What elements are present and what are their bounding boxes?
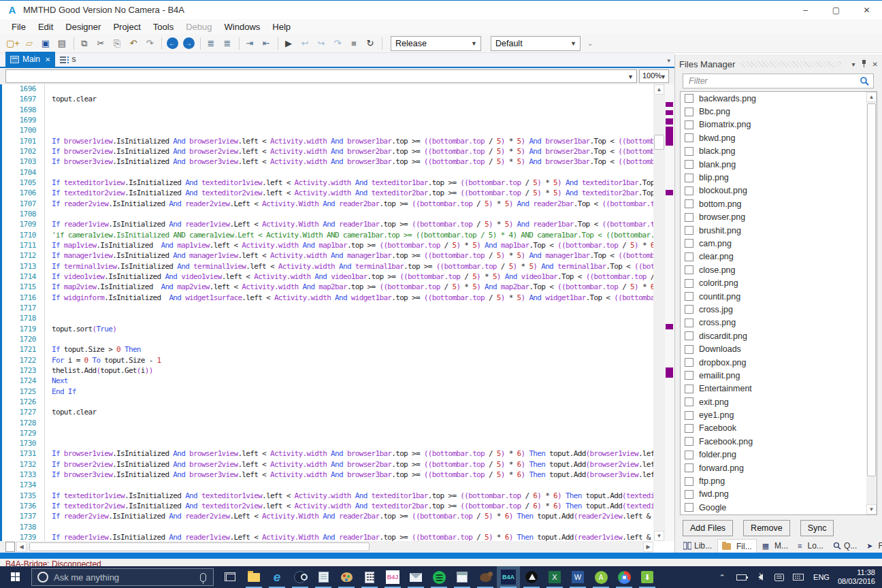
code-text[interactable]: If widginform.IsInitialized And widget1s… [44, 293, 654, 304]
file-list-item[interactable]: countit.png [681, 290, 877, 303]
code-text[interactable]: If video1view.IsInitialized And video1vi… [44, 272, 654, 282]
tab-close-icon[interactable]: ✕ [45, 56, 50, 63]
code-text[interactable]: If map2view.IsInitialized And map2view.l… [44, 282, 654, 293]
file-list-scrollbar[interactable]: ▲▼ [866, 92, 877, 514]
code-text[interactable] [44, 397, 56, 408]
file-name[interactable]: exit.png [699, 397, 729, 407]
file-list-item[interactable]: folder.png [681, 448, 877, 461]
panel-tab-fin[interactable]: ➤Fin... [862, 539, 882, 553]
file-list-item[interactable]: Entertainment [681, 382, 877, 395]
editor-horizontal-scrollbar[interactable]: ◀ ▶ [0, 541, 653, 553]
file-checkbox[interactable] [685, 213, 693, 222]
panel-tab-q[interactable]: Q... [829, 539, 861, 553]
code-text[interactable]: If browser2view.IsInitialized And browse… [44, 147, 654, 157]
file-name[interactable]: cam.png [699, 239, 732, 248]
stop-icon[interactable]: ■ [346, 37, 361, 50]
tab-overflow-icon[interactable]: ▾ [667, 57, 670, 64]
file-list-item[interactable]: blip.png [681, 171, 877, 184]
touch-keyboard-icon[interactable] [789, 566, 808, 588]
file-checkbox[interactable] [685, 451, 693, 459]
scroll-down-icon[interactable]: ▼ [654, 531, 664, 541]
file-name[interactable]: blank.png [699, 160, 736, 169]
code-text[interactable]: If texteditor2view.IsInitialized And tex… [44, 502, 654, 512]
file-list-item[interactable]: colorit.png [681, 276, 877, 289]
zoom-dropdown[interactable]: 100% ▼ [639, 69, 669, 83]
file-checkbox[interactable] [685, 437, 693, 446]
code-line[interactable]: 1704 [2, 168, 654, 178]
file-name[interactable]: countit.png [699, 292, 740, 301]
file-name[interactable]: blip.png [699, 173, 729, 182]
file-name[interactable]: Facebook [699, 423, 736, 433]
file-checkbox[interactable] [685, 397, 693, 406]
excel-taskbar-icon[interactable]: X [543, 566, 566, 588]
toolbar-overflow-icon[interactable]: ⌄ [587, 39, 593, 47]
save-icon[interactable]: ▣ [38, 37, 53, 50]
scroll-up-icon[interactable]: ▲ [866, 92, 877, 102]
panel-tab-lo[interactable]: ≡Lo... [794, 539, 828, 553]
file-checkbox[interactable] [685, 279, 693, 288]
file-name[interactable]: discardit.png [699, 331, 747, 341]
rebuild-icon[interactable]: ↻ [363, 37, 378, 50]
code-text[interactable]: toput.clear [44, 95, 96, 105]
file-list-item[interactable]: ftp.png [681, 474, 877, 487]
file-list-item[interactable]: eye1.png [681, 408, 877, 421]
redo-icon[interactable]: ↷ [142, 37, 157, 50]
scroll-left-icon[interactable]: ◀ [16, 542, 27, 552]
task-view-button[interactable] [219, 566, 242, 588]
panel-tab-lib[interactable]: Lib... [679, 539, 716, 553]
file-name[interactable]: Facebook.png [699, 437, 753, 446]
uncomment-icon[interactable]: ≣ [220, 37, 235, 50]
code-text[interactable]: If texteditor1view.IsInitialized And tex… [44, 178, 654, 189]
panel-tab-fil[interactable]: Fil... [717, 539, 757, 553]
file-name[interactable]: close.png [699, 265, 736, 275]
file-list-item[interactable] [681, 514, 877, 516]
file-list-item[interactable]: emailit.png [681, 369, 877, 382]
code-line[interactable]: 1699 [2, 116, 654, 126]
code-line[interactable]: 1696 [2, 84, 654, 95]
step-out-icon[interactable]: ↷ [330, 37, 345, 50]
file-name[interactable]: colorit.png [699, 278, 738, 288]
file-name[interactable]: brushit.png [699, 226, 741, 235]
file-name[interactable]: bkwd.png [699, 133, 736, 143]
mail-taskbar-icon[interactable] [404, 566, 427, 588]
code-line[interactable]: 1737If reader2view.IsInitialized And rea… [2, 512, 654, 522]
file-checkbox[interactable] [685, 490, 693, 499]
code-text[interactable] [44, 335, 56, 345]
menu-file[interactable]: File [5, 20, 32, 33]
close-button[interactable]: ✕ [851, 1, 882, 20]
file-list-item[interactable]: backwards.png [681, 92, 877, 105]
file-list-item[interactable]: black.png [681, 145, 877, 158]
code-text[interactable]: toput.clear [44, 408, 96, 418]
file-name[interactable]: ftp.png [699, 476, 725, 486]
file-checkbox[interactable] [685, 186, 693, 195]
code-line[interactable]: 1715If map2view.IsInitialized And map2vi… [2, 282, 654, 293]
code-text[interactable]: If map1view.IsInitialized And map1view.l… [44, 241, 654, 251]
file-name[interactable]: blockout.png [699, 186, 747, 195]
file-name[interactable]: folder.png [699, 450, 736, 459]
file-name[interactable]: Google [699, 503, 726, 512]
menu-windows[interactable]: Windows [218, 20, 267, 33]
code-line[interactable]: 1708 [2, 210, 654, 220]
bird-app-taskbar-icon[interactable] [474, 566, 497, 588]
pin-icon[interactable] [861, 60, 867, 69]
file-checkbox[interactable] [685, 174, 693, 182]
file-list-item[interactable]: dropbox.png [681, 356, 877, 369]
code-line[interactable]: 1717 [2, 304, 654, 314]
file-list-item[interactable]: Facebook.png [681, 435, 877, 448]
code-line[interactable]: 1729 [2, 429, 654, 439]
code-line[interactable]: 1712If manager1view.IsInitialized And ma… [2, 251, 654, 261]
panel-grip[interactable] [740, 61, 840, 67]
steam-taskbar-icon[interactable] [289, 566, 312, 588]
file-list-item[interactable]: bkwd.png [681, 131, 877, 144]
code-line[interactable]: 1710'if camera1view.IsInitialized AND ca… [2, 231, 654, 241]
file-list-item[interactable]: Google [681, 501, 877, 514]
file-checkbox[interactable] [685, 94, 693, 103]
code-line[interactable]: 1733If browser3view.IsInitialized And br… [2, 470, 654, 480]
code-text[interactable]: If browser3view.IsInitialized And browse… [44, 157, 654, 167]
maximize-button[interactable]: ▢ [821, 1, 851, 20]
file-list-item[interactable]: Bbc.png [681, 105, 877, 118]
language-indicator[interactable]: ENG [808, 573, 835, 581]
code-text[interactable]: If browser3view.IsInitialized And browse… [44, 470, 654, 480]
android-studio-taskbar-icon[interactable]: A [589, 566, 612, 588]
code-line[interactable]: 1714If video1view.IsInitialized And vide… [2, 272, 654, 282]
